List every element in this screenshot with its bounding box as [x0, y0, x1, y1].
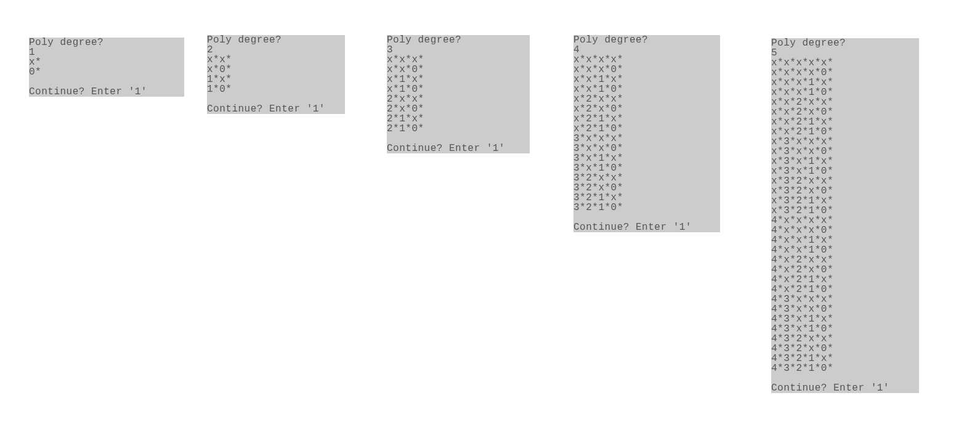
output-line: 2*x*0* [387, 104, 530, 114]
output-line: 3*2*1*x* [573, 193, 720, 203]
output-line: x*0* [207, 65, 345, 75]
terminal-3[interactable]: Poly degree?3x*x*x*x*x*0*x*1*x*x*1*0*2*x… [387, 35, 530, 153]
output-line: x*3*2*x*0* [771, 186, 919, 196]
degree-input: 1 [29, 47, 184, 57]
output-line: 3*x*x*x* [573, 134, 720, 144]
output-line: 3*x*1*0* [573, 163, 720, 173]
output-line: 4*3*x*x*0* [771, 304, 919, 314]
output-line: x*2*1*0* [573, 124, 720, 134]
output-line: 3*2*x*x* [573, 173, 720, 183]
continue-prompt: Continue? Enter '1' [207, 104, 345, 114]
output-line: x*3*x*x*0* [771, 147, 919, 156]
continue-prompt: Continue? Enter '1' [29, 87, 184, 97]
blank-line [29, 77, 184, 87]
output-line: x*x*2*x*x* [771, 97, 919, 107]
output-line: 4*3*x*1*x* [771, 314, 919, 324]
output-line: x*x* [207, 55, 345, 65]
continue-prompt: Continue? Enter '1' [573, 222, 720, 232]
output-line: x*x*x*x*x* [771, 58, 919, 68]
output-line: x*3*2*1*x* [771, 196, 919, 206]
output-line: x*3*2*x*x* [771, 176, 919, 186]
output-line: x*1*0* [387, 84, 530, 94]
output-line: 4*3*2*1*0* [771, 363, 919, 373]
degree-input: 4 [573, 45, 720, 55]
output-line: x*3*x*1*0* [771, 166, 919, 176]
output-line: 4*3*x*1*0* [771, 324, 919, 334]
output-line: 3*x*1*x* [573, 153, 720, 163]
output-line: x*2*1*x* [573, 114, 720, 124]
prompt-text: Poly degree? [207, 35, 345, 45]
degree-input: 2 [207, 45, 345, 55]
output-line: 4*x*2*x*0* [771, 265, 919, 275]
output-line: x*x*x* [387, 55, 530, 65]
output-line: 1*0* [207, 84, 345, 94]
terminal-5[interactable]: Poly degree?5x*x*x*x*x*x*x*x*x*0*x*x*x*1… [771, 38, 919, 393]
output-line: 4*x*x*x*0* [771, 225, 919, 235]
continue-prompt: Continue? Enter '1' [771, 383, 919, 393]
output-line: 4*x*2*1*x* [771, 275, 919, 285]
output-line: x*x*0* [387, 65, 530, 75]
output-line: x*x*2*1*0* [771, 127, 919, 137]
terminal-4[interactable]: Poly degree?4x*x*x*x*x*x*x*0*x*x*1*x*x*x… [573, 35, 720, 232]
prompt-text: Poly degree? [771, 38, 919, 48]
output-line: 4*x*x*1*x* [771, 235, 919, 245]
terminal-1[interactable]: Poly degree?1x*0* Continue? Enter '1' [29, 38, 184, 97]
blank-line [771, 373, 919, 383]
blank-line [387, 134, 530, 144]
output-line: 4*3*2*1*x* [771, 354, 919, 363]
output-line: x*x*2*x*0* [771, 107, 919, 117]
output-line: x*2*x*0* [573, 104, 720, 114]
output-line: 4*3*2*x*x* [771, 334, 919, 344]
degree-input: 5 [771, 48, 919, 58]
output-line: x*x*2*1*x* [771, 117, 919, 127]
output-line: 4*3*x*x*x* [771, 294, 919, 304]
output-line: x*3*x*1*x* [771, 156, 919, 166]
output-line: x*x*x*1*0* [771, 87, 919, 97]
output-line: x*x*x*x* [573, 55, 720, 65]
prompt-text: Poly degree? [29, 38, 184, 47]
output-line: x*x*x*0* [573, 65, 720, 75]
blank-line [207, 94, 345, 104]
output-line: 4*3*2*x*0* [771, 344, 919, 354]
blank-line [573, 213, 720, 222]
output-line: 3*2*x*0* [573, 183, 720, 193]
output-line: 4*x*x*x*x* [771, 216, 919, 225]
output-line: 4*x*2*1*0* [771, 285, 919, 294]
output-line: x*1*x* [387, 75, 530, 84]
output-line: x*x*x*x*0* [771, 68, 919, 78]
output-line: 4*x*x*1*0* [771, 245, 919, 255]
degree-input: 3 [387, 45, 530, 55]
output-line: 2*x*x* [387, 94, 530, 104]
output-line: 3*x*x*0* [573, 144, 720, 153]
output-line: x*3*x*x*x* [771, 137, 919, 147]
output-line: x*x*1*0* [573, 84, 720, 94]
continue-prompt: Continue? Enter '1' [387, 144, 530, 153]
output-line: x*x*1*x* [573, 75, 720, 84]
output-line: 1*x* [207, 75, 345, 84]
output-line: 2*1*x* [387, 114, 530, 124]
prompt-text: Poly degree? [387, 35, 530, 45]
output-line: x*x*x*1*x* [771, 78, 919, 87]
output-line: x*3*2*1*0* [771, 206, 919, 216]
output-line: x* [29, 57, 184, 67]
output-line: x*2*x*x* [573, 94, 720, 104]
terminal-2[interactable]: Poly degree?2x*x*x*0*1*x*1*0* Continue? … [207, 35, 345, 114]
prompt-text: Poly degree? [573, 35, 720, 45]
output-line: 4*x*2*x*x* [771, 255, 919, 265]
output-line: 0* [29, 67, 184, 77]
output-line: 3*2*1*0* [573, 203, 720, 213]
output-line: 2*1*0* [387, 124, 530, 134]
